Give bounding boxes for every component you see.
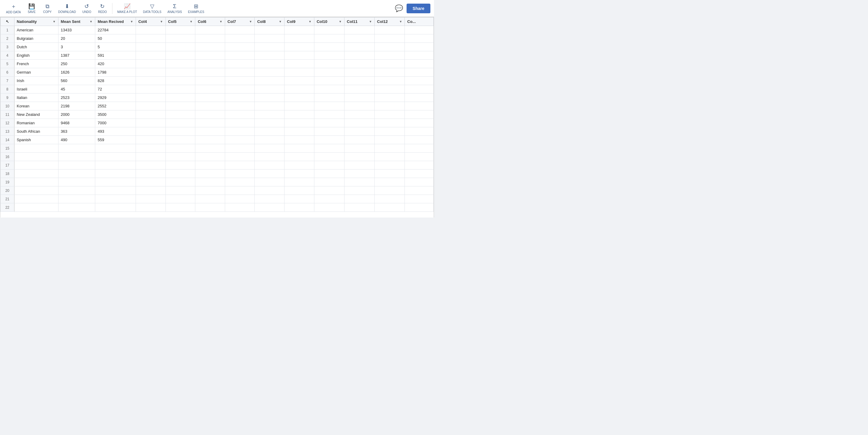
cell-extra-col[interactable] — [284, 26, 314, 34]
cell-extra-col[interactable] — [225, 136, 255, 144]
cell-extra-col[interactable] — [135, 102, 165, 110]
cell-extra-col[interactable] — [405, 102, 434, 110]
cell-extra-col[interactable] — [165, 110, 195, 119]
cell-extra-col[interactable] — [255, 153, 284, 161]
cell-extra-col[interactable] — [255, 26, 284, 34]
cell-mean-sent[interactable]: 250 — [58, 60, 95, 68]
cell-extra-col[interactable] — [314, 153, 344, 161]
cell-nationality[interactable]: Romanian — [14, 119, 58, 127]
cell-extra-col[interactable] — [165, 136, 195, 144]
header-col9[interactable]: Col9 ▼ — [284, 18, 314, 26]
cell-extra-col[interactable] — [255, 51, 284, 60]
cell-extra-col[interactable] — [135, 178, 165, 186]
cell-extra-col[interactable] — [314, 170, 344, 178]
cell-extra-col[interactable] — [165, 34, 195, 43]
cell-extra-col[interactable] — [375, 153, 405, 161]
cell-extra-col[interactable] — [225, 43, 255, 51]
cell-extra-col[interactable] — [225, 51, 255, 60]
cell-extra-col[interactable] — [255, 161, 284, 170]
header-col4[interactable]: Col4 ▼ — [135, 18, 165, 26]
cell-extra-col[interactable] — [314, 85, 344, 93]
cell-extra-col[interactable] — [405, 93, 434, 102]
cell-extra-col[interactable] — [195, 203, 225, 212]
cell-nationality[interactable]: Israeli — [14, 85, 58, 93]
cell-mean-recived[interactable] — [95, 153, 135, 161]
cell-extra-col[interactable] — [135, 110, 165, 119]
cell-extra-col[interactable] — [255, 186, 284, 195]
cell-extra-col[interactable] — [165, 93, 195, 102]
cell-mean-sent[interactable]: 20 — [58, 34, 95, 43]
cell-extra-col[interactable] — [195, 136, 225, 144]
cell-extra-col[interactable] — [314, 26, 344, 34]
cell-mean-sent[interactable] — [58, 186, 95, 195]
cell-extra-col[interactable] — [165, 170, 195, 178]
cell-extra-col[interactable] — [314, 110, 344, 119]
cell-mean-sent[interactable]: 9468 — [58, 119, 95, 127]
share-button[interactable]: Share — [407, 4, 430, 13]
cell-extra-col[interactable] — [314, 93, 344, 102]
cell-extra-col[interactable] — [165, 203, 195, 212]
cell-extra-col[interactable] — [405, 43, 434, 51]
cell-mean-recived[interactable]: 5 — [95, 43, 135, 51]
cell-extra-col[interactable] — [375, 144, 405, 153]
cell-extra-col[interactable] — [255, 77, 284, 85]
header-col12[interactable]: Col12 ▼ — [375, 18, 405, 26]
cell-extra-col[interactable] — [225, 186, 255, 195]
cell-mean-sent[interactable] — [58, 170, 95, 178]
cell-mean-recived[interactable] — [95, 203, 135, 212]
cell-extra-col[interactable] — [255, 110, 284, 119]
cell-mean-sent[interactable]: 2198 — [58, 102, 95, 110]
cell-mean-recived[interactable]: 50 — [95, 34, 135, 43]
cell-extra-col[interactable] — [135, 186, 165, 195]
cell-mean-sent[interactable] — [58, 161, 95, 170]
cell-extra-col[interactable] — [165, 85, 195, 93]
cell-extra-col[interactable] — [284, 153, 314, 161]
cell-mean-sent[interactable] — [58, 178, 95, 186]
make-a-plot-button[interactable]: 📈 MAKE A PLOT — [115, 2, 140, 15]
filter-col11-icon[interactable]: ▼ — [369, 20, 372, 23]
cell-extra-col[interactable] — [344, 110, 374, 119]
table-row[interactable]: 12Romanian94687000 — [1, 119, 434, 127]
cell-extra-col[interactable] — [225, 85, 255, 93]
cell-extra-col[interactable] — [284, 60, 314, 68]
cell-extra-col[interactable] — [405, 153, 434, 161]
cell-extra-col[interactable] — [165, 178, 195, 186]
cell-extra-col[interactable] — [195, 186, 225, 195]
header-colmore[interactable]: Co... — [405, 18, 434, 26]
cell-mean-recived[interactable]: 22784 — [95, 26, 135, 34]
cell-extra-col[interactable] — [405, 34, 434, 43]
table-row[interactable]: 14Spanish490559 — [1, 136, 434, 144]
cell-extra-col[interactable] — [405, 60, 434, 68]
cell-nationality[interactable]: English — [14, 51, 58, 60]
cell-extra-col[interactable] — [405, 68, 434, 77]
cell-extra-col[interactable] — [375, 161, 405, 170]
cell-extra-col[interactable] — [195, 26, 225, 34]
cell-mean-recived[interactable]: 1798 — [95, 68, 135, 77]
cell-extra-col[interactable] — [375, 203, 405, 212]
cell-mean-recived[interactable] — [95, 186, 135, 195]
cell-extra-col[interactable] — [405, 186, 434, 195]
cell-extra-col[interactable] — [135, 153, 165, 161]
cell-extra-col[interactable] — [375, 93, 405, 102]
cell-mean-recived[interactable]: 2552 — [95, 102, 135, 110]
cell-mean-sent[interactable]: 45 — [58, 85, 95, 93]
table-row[interactable]: 3Dutch35 — [1, 43, 434, 51]
cell-extra-col[interactable] — [314, 68, 344, 77]
filter-col12-icon[interactable]: ▼ — [399, 20, 402, 23]
header-col7[interactable]: Col7 ▼ — [225, 18, 255, 26]
cell-extra-col[interactable] — [284, 178, 314, 186]
cell-extra-col[interactable] — [284, 119, 314, 127]
cell-extra-col[interactable] — [314, 127, 344, 136]
cell-nationality[interactable]: Spanish — [14, 136, 58, 144]
cell-mean-sent[interactable]: 490 — [58, 136, 95, 144]
filter-col8-icon[interactable]: ▼ — [279, 20, 282, 23]
data-tools-button[interactable]: ▽ DATA TOOLS — [141, 2, 164, 15]
cell-extra-col[interactable] — [225, 153, 255, 161]
table-row[interactable]: 7Irish560828 — [1, 77, 434, 85]
cell-extra-col[interactable] — [255, 195, 284, 203]
cell-extra-col[interactable] — [195, 170, 225, 178]
cell-extra-col[interactable] — [405, 170, 434, 178]
cell-extra-col[interactable] — [255, 34, 284, 43]
cell-extra-col[interactable] — [225, 195, 255, 203]
cell-nationality[interactable] — [14, 186, 58, 195]
